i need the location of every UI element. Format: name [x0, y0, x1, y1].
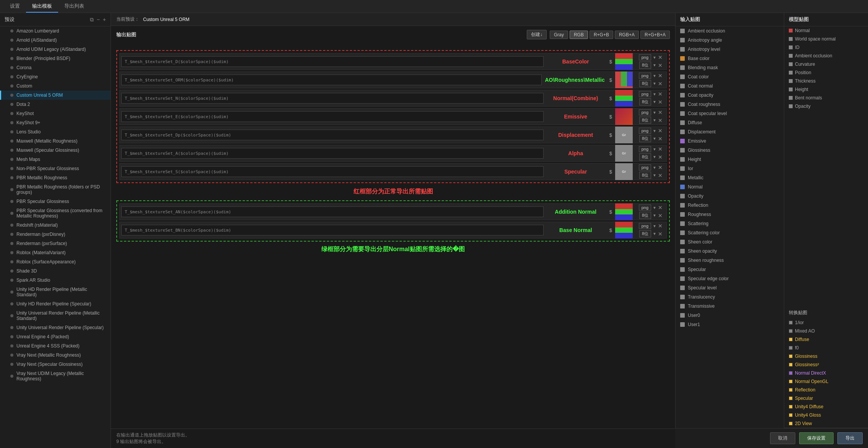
texture-dollar-btn[interactable]: $ — [608, 209, 614, 215]
texture-path-input[interactable] — [121, 56, 544, 67]
format-select[interactable]: png — [639, 223, 651, 229]
convert-item[interactable]: Glossiness — [784, 352, 868, 360]
format-select[interactable]: png — [639, 205, 651, 211]
input-panel-item[interactable]: Ior — [676, 164, 784, 173]
model-panel-item[interactable]: World space normal — [784, 35, 868, 43]
model-panel-item[interactable]: Curvature — [784, 60, 868, 68]
sidebar-item[interactable]: PBR Metallic Roughness (folders or PSD g… — [0, 182, 111, 197]
format-close[interactable]: ✕ — [658, 146, 663, 152]
tab-export-list[interactable]: 导出列表 — [58, 0, 90, 13]
input-panel-item[interactable]: Scattering — [676, 219, 784, 228]
sidebar-item[interactable]: Lens Studio — [0, 127, 111, 136]
input-panel-item[interactable]: Height — [676, 155, 784, 164]
export-button[interactable]: 导出 — [837, 432, 863, 444]
sidebar-item[interactable]: Renderman (pxrDisney) — [0, 230, 111, 239]
input-panel-item[interactable]: Specular level — [676, 283, 784, 292]
sidebar-item[interactable]: Roblox (MaterialVariant) — [0, 248, 111, 257]
format-select[interactable]: png — [639, 73, 651, 79]
convert-item[interactable]: Glossiness² — [784, 360, 868, 369]
color-btn-rg+b+a[interactable]: R+G+B+A — [640, 31, 670, 39]
model-panel-item[interactable]: Thickness — [784, 77, 868, 85]
format-close[interactable]: ✕ — [658, 109, 663, 115]
bits-close[interactable]: ✕ — [658, 117, 663, 123]
sidebar-item[interactable]: Dota 2 — [0, 100, 111, 109]
input-panel-item[interactable]: Diffuse — [676, 118, 784, 127]
input-panel-item[interactable]: Translucency — [676, 292, 784, 302]
sidebar-item[interactable]: Unity Universal Render Pipeline (Specula… — [0, 323, 111, 332]
bits-close[interactable]: ✕ — [658, 172, 663, 179]
input-panel-item[interactable]: Sheen roughness — [676, 256, 784, 265]
sidebar-item[interactable]: CryEngine — [0, 72, 111, 81]
sidebar-item[interactable]: Roblox (SurfaceAppearance) — [0, 257, 111, 266]
format-select[interactable]: png — [639, 91, 651, 97]
sidebar-item[interactable]: Arnold (AiStandard) — [0, 36, 111, 45]
sidebar-item[interactable]: Non-PBR Specular Glossiness — [0, 164, 111, 173]
convert-item[interactable]: f0 — [784, 344, 868, 352]
bits-select[interactable]: 8位 — [639, 80, 651, 87]
sidebar-item[interactable]: Renderman (pxrSurface) — [0, 239, 111, 248]
sidebar-item[interactable]: Vray Next UDIM Legacy (Metallic Roughnes… — [0, 369, 111, 383]
texture-dollar-btn[interactable]: $ — [608, 227, 614, 233]
format-close[interactable]: ✕ — [658, 128, 663, 134]
format-select[interactable]: png — [639, 146, 651, 152]
sidebar-item[interactable]: Vray Next (Metallic Roughness) — [0, 351, 111, 360]
convert-item[interactable]: Mixed AO — [784, 327, 868, 335]
sidebar-item[interactable]: Unity Universal Render Pipeline (Metalli… — [0, 308, 111, 323]
texture-path-input[interactable] — [121, 93, 544, 104]
input-panel-item[interactable]: Displacement — [676, 127, 784, 136]
input-panel-item[interactable]: Emissive — [676, 136, 784, 146]
texture-dollar-btn[interactable]: $ — [608, 169, 614, 175]
format-close[interactable]: ✕ — [658, 223, 663, 229]
sidebar-item[interactable]: Redshift (rsMaterial) — [0, 221, 111, 230]
sidebar-item[interactable]: Mesh Maps — [0, 155, 111, 164]
sidebar-item[interactable]: KeyShot — [0, 109, 111, 118]
sidebar-item[interactable]: PBR Metallic Roughness — [0, 173, 111, 182]
sidebar-item[interactable]: Maxwell (Specular Glossiness) — [0, 146, 111, 155]
input-panel-item[interactable]: Specular — [676, 265, 784, 274]
model-panel-item[interactable]: Ambient occlusion — [784, 52, 868, 60]
format-select[interactable]: png — [639, 164, 651, 170]
input-panel-item[interactable]: Anisotropy angle — [676, 36, 784, 45]
tab-output-template[interactable]: 输出模板 — [26, 0, 58, 13]
convert-item[interactable]: 1/ior — [784, 318, 868, 327]
model-panel-item[interactable]: ID — [784, 43, 868, 52]
texture-dollar-btn[interactable]: $ — [608, 132, 614, 138]
texture-path-input[interactable] — [121, 75, 542, 85]
input-panel-item[interactable]: Base color — [676, 54, 784, 63]
sidebar-item[interactable]: Arnold UDIM Legacy (AiStandard) — [0, 45, 111, 54]
texture-dollar-btn[interactable]: $ — [608, 96, 614, 101]
format-close[interactable]: ✕ — [658, 54, 663, 60]
bits-select[interactable]: 8位 — [639, 153, 651, 161]
convert-item[interactable]: Normal DirectX — [784, 369, 868, 377]
bits-select[interactable]: 8位 — [639, 62, 651, 69]
model-panel-item[interactable]: Bent normals — [784, 94, 868, 102]
input-panel-item[interactable]: User0 — [676, 311, 784, 320]
input-panel-item[interactable]: Coat opacity — [676, 91, 784, 100]
format-select[interactable]: png — [639, 109, 651, 115]
model-panel-item[interactable]: Position — [784, 68, 868, 77]
convert-item[interactable]: Specular — [784, 394, 868, 403]
input-panel-item[interactable]: Coat color — [676, 72, 784, 81]
input-panel-item[interactable]: Coat roughness — [676, 100, 784, 109]
bits-close[interactable]: ✕ — [658, 231, 663, 237]
input-panel-item[interactable]: User1 — [676, 320, 784, 329]
format-close[interactable]: ✕ — [658, 91, 663, 97]
convert-item[interactable]: Unity4 Diffuse — [784, 403, 868, 411]
bits-close[interactable]: ✕ — [658, 136, 663, 142]
input-panel-item[interactable]: Specular edge color — [676, 274, 784, 283]
format-close[interactable]: ✕ — [658, 205, 663, 211]
sidebar-plus-icon[interactable]: + — [103, 16, 106, 23]
sidebar-item[interactable]: Spark AR Studio — [0, 276, 111, 285]
bits-select[interactable]: 8位 — [639, 135, 651, 142]
bits-close[interactable]: ✕ — [658, 154, 663, 160]
format-select[interactable]: png — [639, 54, 651, 60]
input-panel-item[interactable]: Reflection — [676, 201, 784, 210]
bits-close[interactable]: ✕ — [658, 213, 663, 219]
format-select[interactable]: png — [639, 128, 651, 134]
sidebar-copy-icon[interactable]: ⧉ — [90, 16, 94, 23]
sidebar-item[interactable]: Maxwell (Metallic Roughness) — [0, 136, 111, 146]
sidebar-item[interactable]: Blender (Principled BSDF) — [0, 54, 111, 63]
texture-path-input[interactable] — [121, 130, 544, 140]
texture-dollar-btn[interactable]: $ — [608, 114, 614, 120]
save-button[interactable]: 保存设置 — [799, 432, 834, 444]
